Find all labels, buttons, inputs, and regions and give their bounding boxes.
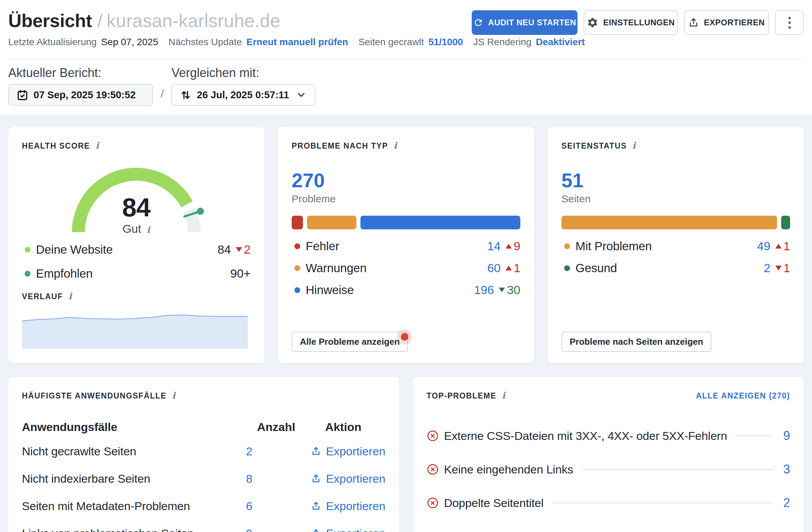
js-rendering-label: JS Rendering [473, 36, 532, 48]
use-case-label: Nicht gecrawlte Seiten [22, 445, 246, 458]
legend-value[interactable]: 196 [474, 283, 494, 297]
leader-line [553, 503, 773, 503]
table-row: Nicht gecrawlte Seiten 2 Exportieren [22, 438, 385, 465]
summary-cards-row: HEALTH SCORE i 84 Gut i Deine Website 8 [8, 127, 804, 363]
health-score-title: HEALTH SCORE [22, 141, 90, 151]
use-cases-table-header: Anwendungsfälle Anzahl Aktion [22, 418, 385, 435]
page-status-title: SEITENSTATUS [561, 141, 627, 151]
next-update-link[interactable]: Erneut manuell prüfen [246, 36, 348, 48]
header-actions: AUDIT NEU STARTEN EINSTELLUNGEN EXPORTIE… [472, 10, 804, 35]
notices-dot [294, 287, 300, 293]
legend-item: Empfohlen 90+ [22, 262, 251, 286]
compare-report-value: 26 Jul, 2025 0:57:11 [197, 89, 289, 101]
legend-value[interactable]: 60 [487, 261, 501, 275]
issues-by-pages-label: Probleme nach Seiten anzeigen [570, 337, 703, 347]
info-icon[interactable]: i [68, 292, 72, 301]
export-link-label: Exportieren [326, 499, 385, 513]
settings-button[interactable]: EINSTELLUNGEN [584, 10, 678, 35]
view-all-link[interactable]: ALLE ANZEIGEN (270) [696, 391, 790, 401]
gear-icon [587, 17, 598, 28]
info-icon[interactable]: i [147, 225, 150, 234]
issues-title: PROBLEME NACH TYP [292, 141, 388, 151]
current-report-select[interactable]: 07 Sep, 2025 19:50:52 [8, 84, 153, 106]
issues-header: PROBLEME NACH TYP i [292, 141, 520, 151]
next-update-label: Nächstes Update [168, 36, 242, 48]
use-case-count[interactable]: 6 [246, 499, 311, 513]
use-case-count[interactable]: 9 [246, 527, 311, 532]
show-all-issues-button[interactable]: Alle Probleme anzeigen [292, 332, 408, 352]
issues-total[interactable]: 270 [292, 170, 520, 191]
use-case-count[interactable]: 8 [246, 472, 311, 485]
issue-label[interactable]: Doppelte Seitentitel [444, 496, 544, 510]
leader-line [736, 435, 773, 436]
pages-crawled-link[interactable]: 51/1000 [428, 36, 463, 48]
issue-count[interactable]: 2 [780, 496, 790, 510]
recommended-dot [25, 271, 30, 277]
health-score-rating-label: Gut [123, 222, 141, 236]
info-icon[interactable]: i [172, 391, 175, 400]
issue-count[interactable]: 3 [780, 462, 790, 477]
compare-report-select[interactable]: 26 Jul, 2025 0:57:11 [172, 84, 315, 106]
column-header-usecases: Anwendungsfälle [22, 420, 257, 434]
site-audit-overview-page: Übersicht/kurasan-karlsruhe.de AUDIT NEU… [0, 0, 812, 532]
table-row: Seiten mit Metadaten-Problemen 6 Exporti… [22, 492, 385, 520]
export-link[interactable]: Exportieren [311, 445, 385, 458]
issues-legend: Fehler 14 9 Warnungen 60 1 Hinweise 196 [292, 235, 520, 301]
list-item: Keine eingehenden Links 3 [427, 453, 790, 486]
refresh-icon [473, 17, 483, 28]
pages-legend: Mit Problemen 49 1 Gesund 2 1 [561, 235, 790, 279]
show-all-issues-label: Alle Probleme anzeigen [300, 337, 400, 347]
issue-label[interactable]: Externe CSS-Dateien mit 3XX-, 4XX- oder … [444, 429, 727, 443]
legend-delta: 2 [236, 243, 251, 256]
issues-by-pages-button[interactable]: Probleme nach Seiten anzeigen [561, 332, 711, 352]
use-cases-header: HÄUFIGSTE ANWENDUNGSFÄLLE i [22, 391, 385, 401]
pages-total-label: Seiten [561, 192, 790, 205]
kebab-icon [788, 17, 791, 19]
js-rendering-link[interactable]: Deaktiviert [536, 36, 585, 48]
legend-value[interactable]: 14 [487, 239, 501, 253]
export-link[interactable]: Exportieren [311, 527, 385, 532]
legend-item: Deine Website 84 2 [22, 238, 251, 262]
issues-total-label: Probleme [292, 192, 520, 205]
report-separator: / [153, 87, 172, 106]
use-case-count[interactable]: 2 [246, 445, 311, 458]
leader-line [582, 469, 773, 470]
header-divider [8, 59, 804, 59]
legend-label: Empfohlen [36, 267, 93, 280]
health-score-gauge: 84 Gut i [64, 154, 208, 236]
info-icon[interactable]: i [394, 141, 397, 150]
legend-item: Gesund 2 1 [561, 257, 790, 279]
error-icon [427, 463, 439, 476]
errors-dot [294, 243, 300, 249]
current-report-value: 07 Sep, 2025 19:50:52 [34, 89, 136, 101]
export-link[interactable]: Exportieren [311, 472, 385, 485]
pages-total[interactable]: 51 [561, 170, 790, 191]
more-actions-button[interactable] [775, 10, 804, 35]
issue-count[interactable]: 9 [780, 429, 790, 443]
export-link-label: Exportieren [326, 472, 385, 485]
issue-label[interactable]: Keine eingehenden Links [444, 463, 573, 476]
history-title: VERLAUF [22, 291, 63, 302]
current-report-group: Aktueller Bericht: 07 Sep, 2025 19:50:52 [8, 67, 153, 106]
export-link[interactable]: Exportieren [311, 499, 385, 513]
legend-value[interactable]: 2 [764, 261, 770, 275]
top-issues-header: TOP-PROBLEME i ALLE ANZEIGEN (270) [427, 391, 790, 401]
export-link-label: Exportieren [326, 445, 385, 458]
compare-report-label: Vergleichen mit: [172, 67, 315, 79]
topbar: Übersicht/kurasan-karlsruhe.de AUDIT NEU… [0, 0, 812, 115]
upload-icon [311, 473, 321, 484]
history-area-chart [22, 314, 248, 349]
top-issues-card: TOP-PROBLEME i ALLE ANZEIGEN (270) Exter… [413, 377, 804, 532]
restart-audit-button[interactable]: AUDIT NEU STARTEN [472, 10, 578, 35]
legend-value[interactable]: 49 [757, 239, 771, 253]
use-case-label: Seiten mit Metadaten-Problemen [22, 499, 246, 513]
last-update-label: Letzte Aktualisierung [8, 36, 97, 48]
legend-label: Fehler [306, 239, 339, 253]
info-icon[interactable]: i [632, 141, 636, 150]
use-cases-title: HÄUFIGSTE ANWENDUNGSFÄLLE [22, 391, 166, 401]
info-icon[interactable]: i [96, 141, 99, 150]
health-score-card: HEALTH SCORE i 84 Gut i Deine Website 8 [8, 127, 264, 363]
info-icon[interactable]: i [502, 391, 505, 400]
legend-delta: 1 [775, 239, 790, 253]
export-button[interactable]: EXPORTIEREN [684, 10, 769, 35]
